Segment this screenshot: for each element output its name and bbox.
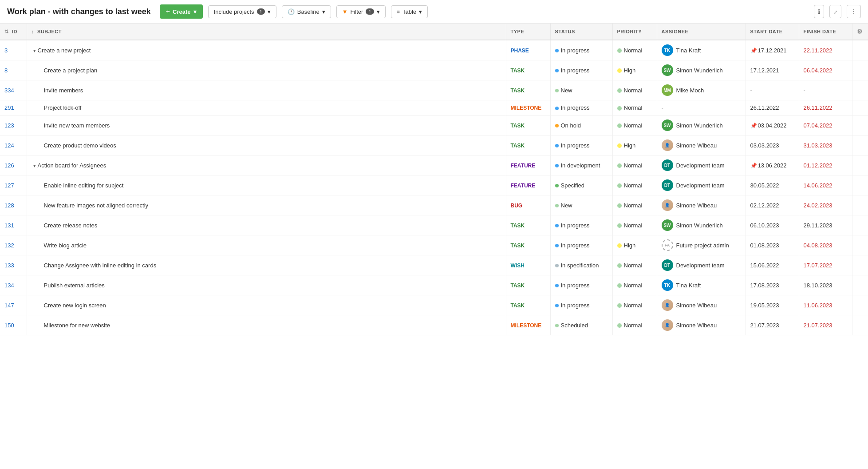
id-link[interactable]: 128 — [4, 202, 14, 209]
cell-assignee: SWSimon Wunderlich — [657, 215, 746, 235]
type-label: TASK — [511, 302, 525, 309]
info-button[interactable]: ℹ — [814, 5, 824, 18]
cell-subject: Change Assignee with inline editing in c… — [27, 255, 506, 275]
cell-status: Specified — [550, 175, 612, 195]
start-date-text: 30.05.2022 — [750, 182, 779, 189]
cell-type: WISH — [506, 255, 550, 275]
table-row: 124Create product demo videosTASKIn prog… — [0, 135, 868, 155]
create-button[interactable]: + Create ▾ — [160, 4, 203, 19]
id-link[interactable]: 291 — [4, 104, 14, 111]
id-link[interactable]: 126 — [4, 162, 14, 169]
cell-type: MILESTONE — [506, 315, 550, 335]
type-label: TASK — [511, 87, 525, 94]
assignee-name: Tina Kraft — [676, 282, 701, 289]
cell-type: FEATURE — [506, 175, 550, 195]
assignee-cell: SWSimon Wunderlich — [662, 64, 741, 76]
priority-text: Normal — [624, 322, 643, 329]
cell-start-date: 06.10.2023 — [746, 215, 799, 235]
cell-gear — [852, 195, 868, 215]
pin-icon: 📌 — [750, 48, 757, 54]
id-link[interactable]: 150 — [4, 322, 14, 329]
table-row: 123Invite new team membersTASKOn holdNor… — [0, 115, 868, 135]
subject-text: Create product demo videos — [44, 142, 116, 149]
finish-date-text: 06.04.2022 — [804, 67, 832, 74]
subject-text: Milestone for new website — [44, 322, 110, 329]
cell-assignee: DTDevelopment team — [657, 155, 746, 175]
cell-gear — [852, 60, 868, 80]
avatar: TK — [662, 279, 673, 291]
priority-dot — [617, 123, 622, 128]
cell-finish-date: 07.04.2022 — [799, 115, 852, 135]
cell-subject: Invite new team members — [27, 115, 506, 135]
assignee-name: Simone Wibeau — [676, 142, 717, 149]
assignee-name: Simone Wibeau — [676, 302, 717, 309]
include-projects-button[interactable]: Include projects 1 ▾ — [208, 5, 276, 18]
table-row: 134Publish external articlesTASKIn progr… — [0, 275, 868, 295]
col-header-priority: PRIORITY — [612, 24, 657, 40]
cell-id: 133 — [0, 255, 27, 275]
id-link[interactable]: 124 — [4, 142, 14, 149]
more-options-button[interactable]: ⋮ — [847, 5, 861, 18]
id-link[interactable]: 133 — [4, 262, 14, 269]
id-link[interactable]: 131 — [4, 222, 14, 229]
cell-subject: Create release notes — [27, 215, 506, 235]
table-row: 3▾Create a new projectPHASEIn progressNo… — [0, 40, 868, 60]
col-header-subject[interactable]: ↕ SUBJECT — [27, 24, 506, 40]
id-link[interactable]: 123 — [4, 122, 14, 129]
avatar: DT — [662, 159, 673, 171]
start-date-text: 15.06.2022 — [750, 262, 779, 269]
col-header-gear[interactable]: ⚙ — [852, 24, 868, 40]
cell-priority: Normal — [612, 40, 657, 60]
cell-start-date: 📌03.04.2022 — [746, 115, 799, 135]
cell-status: In progress — [550, 60, 612, 80]
chevron-icon[interactable]: ▾ — [33, 163, 36, 168]
cell-priority: Normal — [612, 255, 657, 275]
table-row: 126▾Action board for AssigneesFEATUREIn … — [0, 155, 868, 175]
cell-finish-date: 21.07.2023 — [799, 315, 852, 335]
subject-text: Create a new project — [38, 47, 91, 54]
priority-text: High — [624, 242, 636, 249]
id-link[interactable]: 3 — [4, 47, 8, 54]
id-link[interactable]: 127 — [4, 182, 14, 189]
plus-icon: + — [166, 8, 170, 16]
start-date-text: - — [750, 87, 752, 94]
id-link[interactable]: 8 — [4, 67, 8, 74]
assignee-cell: TKTina Kraft — [662, 279, 741, 291]
id-link[interactable]: 132 — [4, 242, 14, 249]
col-header-id[interactable]: ⇅ ID — [0, 24, 27, 40]
assignee-name: Future project admin — [676, 242, 729, 249]
type-label: TASK — [511, 68, 525, 74]
baseline-button[interactable]: 🕐 Baseline ▾ — [282, 5, 331, 18]
cell-start-date: 21.07.2023 — [746, 315, 799, 335]
id-link[interactable]: 334 — [4, 87, 14, 94]
table-row: 132Write blog articleTASKIn progressHigh… — [0, 235, 868, 255]
priority-dot — [617, 143, 622, 148]
expand-button[interactable]: ⤢ — [829, 5, 841, 18]
chevron-icon[interactable]: ▾ — [33, 48, 36, 53]
cell-id: 134 — [0, 275, 27, 295]
cell-start-date: 30.05.2022 — [746, 175, 799, 195]
cell-priority: Normal — [612, 195, 657, 215]
cell-priority: Normal — [612, 215, 657, 235]
pin-icon: 📌 — [750, 123, 757, 129]
cell-subject: ▾Action board for Assignees — [27, 155, 506, 175]
work-plan-table: ⇅ ID ↕ SUBJECT TYPE STATUS PRIORITY ASSI — [0, 24, 868, 335]
finish-date-text: 01.12.2022 — [804, 162, 832, 169]
cell-status: In progress — [550, 215, 612, 235]
cell-start-date: 03.03.2023 — [746, 135, 799, 155]
cell-assignee: TKTina Kraft — [657, 40, 746, 60]
status-dot — [555, 69, 559, 72]
id-link[interactable]: 134 — [4, 282, 14, 289]
cell-priority: High — [612, 235, 657, 255]
cell-finish-date: 04.08.2023 — [799, 235, 852, 255]
assignee-cell: DTDevelopment team — [662, 259, 741, 271]
cell-status: In development — [550, 155, 612, 175]
cell-gear — [852, 215, 868, 235]
avatar: 👤 — [662, 199, 673, 211]
include-projects-count: 1 — [257, 8, 265, 15]
cell-finish-date: 24.02.2023 — [799, 195, 852, 215]
id-link[interactable]: 147 — [4, 302, 14, 309]
table-button[interactable]: ≡ Table ▾ — [391, 5, 428, 18]
assignee-cell: 👤Simone Wibeau — [662, 319, 741, 331]
filter-button[interactable]: ▼ Filter 1 ▾ — [336, 5, 386, 18]
